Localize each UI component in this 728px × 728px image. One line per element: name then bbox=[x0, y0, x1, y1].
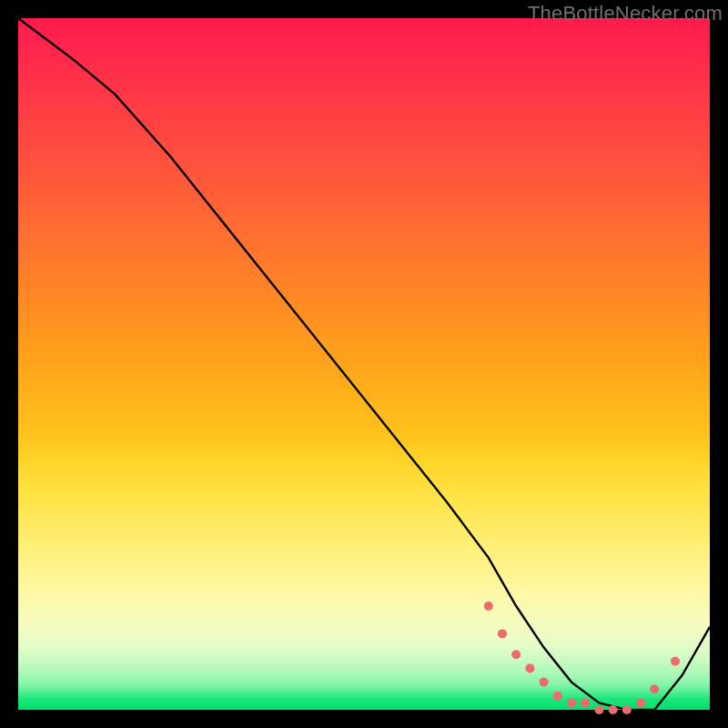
bottleneck-curve bbox=[18, 18, 710, 710]
curve-marker bbox=[540, 678, 549, 687]
curve-marker bbox=[525, 663, 534, 672]
curve-marker bbox=[636, 698, 645, 707]
curve-marker bbox=[553, 692, 562, 701]
chart-frame: TheBottleNecker.com bbox=[0, 0, 728, 728]
curve-marker bbox=[671, 657, 680, 666]
curve-marker bbox=[567, 698, 576, 707]
curve-marker bbox=[609, 705, 618, 714]
curve-markers bbox=[484, 602, 680, 714]
curve-layer bbox=[18, 18, 710, 710]
curve-marker bbox=[650, 684, 659, 693]
curve-marker bbox=[622, 705, 632, 714]
curve-marker bbox=[498, 629, 507, 638]
curve-marker bbox=[511, 650, 521, 659]
curve-marker bbox=[594, 705, 603, 714]
gradient-plot-area bbox=[18, 18, 710, 710]
curve-marker bbox=[581, 698, 590, 707]
curve-marker bbox=[484, 602, 493, 611]
watermark-text: TheBottleNecker.com bbox=[528, 2, 723, 25]
